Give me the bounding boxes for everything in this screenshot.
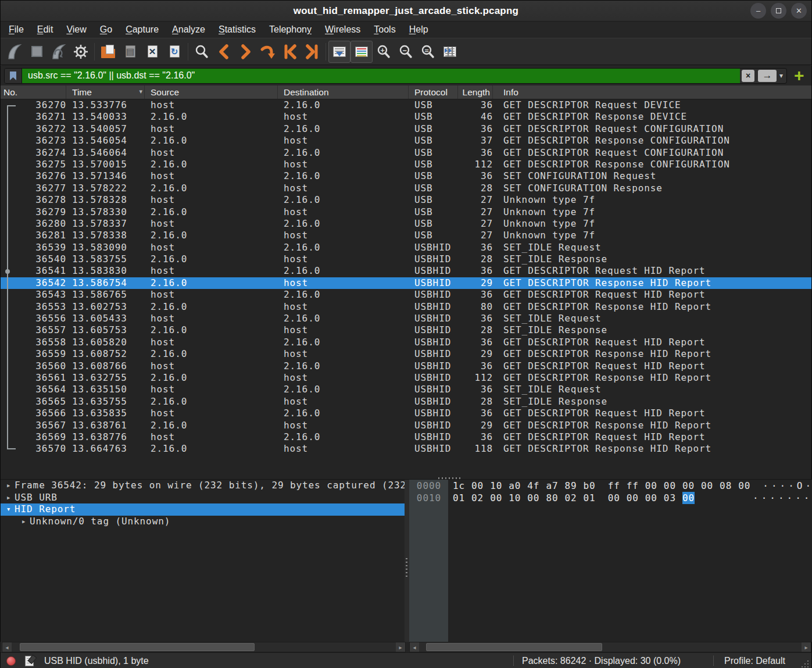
go-first-packet-button[interactable] [279, 41, 301, 63]
colorize-packets-button[interactable] [350, 41, 373, 63]
hex-byte[interactable]: 08 [720, 480, 732, 492]
packet-row-36276[interactable]: 3627613.571346host2.16.0USB36SET CONFIGU… [1, 170, 811, 182]
hex-byte[interactable]: b0 [584, 480, 596, 492]
filter-apply-button[interactable]: → [758, 70, 777, 82]
hex-byte[interactable]: 00 [738, 480, 750, 492]
go-to-packet-button[interactable] [257, 41, 279, 63]
packet-row-36277[interactable]: 3627713.5782222.16.0hostUSB28SET CONFIGU… [1, 183, 811, 194]
menu-go[interactable]: Go [100, 24, 112, 35]
packet-row-36567[interactable]: 3656713.6387612.16.0hostUSBHID29GET DESC… [1, 420, 811, 431]
expand-icon[interactable]: ▸ [3, 480, 15, 492]
menu-help[interactable]: Help [409, 24, 428, 35]
packet-row-36273[interactable]: 3627313.5460542.16.0hostUSB37GET DESCRIP… [1, 135, 811, 147]
packet-row-36275[interactable]: 3627513.5700152.16.0hostUSB112GET DESCRI… [1, 159, 811, 170]
hex-byte[interactable]: 4f [527, 480, 539, 492]
filter-dropdown-icon[interactable]: ▾ [778, 72, 786, 80]
packet-row-36272[interactable]: 3627213.540057host2.16.0USB36GET DESCRIP… [1, 123, 811, 135]
column-header-no[interactable]: No. [1, 85, 66, 99]
scrollbar-thumb[interactable] [20, 643, 255, 651]
hex-byte[interactable]: ff [608, 480, 620, 492]
menu-statistics[interactable]: Statistics [219, 24, 256, 35]
scroll-right-icon[interactable]: ▸ [802, 642, 811, 652]
packet-row-36274[interactable]: 3627413.546064host2.16.0USB36GET DESCRIP… [1, 147, 811, 159]
minimize-icon[interactable]: – [750, 3, 766, 19]
filter-clear-button[interactable]: × [742, 70, 754, 82]
open-file-button[interactable] [97, 41, 119, 63]
start-capture-button[interactable] [3, 41, 26, 63]
close-icon[interactable]: ✕ [791, 3, 807, 19]
menu-edit[interactable]: Edit [37, 24, 53, 35]
packet-row-36279[interactable]: 3627913.5783302.16.0hostUSB27Unknown typ… [1, 206, 811, 218]
hex-byte[interactable]: 02 [471, 492, 484, 504]
hex-byte[interactable]: 03 [664, 492, 676, 504]
hex-byte[interactable]: a0 [509, 480, 521, 492]
scroll-left-icon[interactable]: ◂ [410, 642, 419, 652]
packet-row-36570[interactable]: 3657013.6647632.16.0hostUSBHID118GET DES… [1, 443, 811, 455]
packet-row-36543[interactable]: 3654313.586765host2.16.0USBHID36GET DESC… [1, 289, 811, 301]
filter-add-button[interactable]: + [794, 69, 804, 83]
menu-view[interactable]: View [66, 24, 86, 35]
menu-tools[interactable]: Tools [374, 24, 395, 35]
hex-byte[interactable]: 00 [527, 492, 539, 504]
scroll-left-icon[interactable]: ◂ [2, 642, 12, 652]
packet-row-36542[interactable]: 3654213.5867542.16.0hostUSBHID29GET DESC… [1, 277, 811, 289]
hex-byte[interactable]: 02 [564, 492, 577, 504]
pane-splitter[interactable] [405, 479, 409, 642]
hex-byte[interactable]: 00 [645, 480, 657, 492]
packet-row-36541[interactable]: 3654113.583830host2.16.0USBHID36GET DESC… [1, 265, 811, 277]
title-bar[interactable]: wout_hid_remapper_just_arcade_stick.pcap… [1, 1, 811, 22]
filter-bookmark-button[interactable] [5, 69, 22, 83]
restart-capture-button[interactable] [48, 41, 70, 63]
menu-analyze[interactable]: Analyze [172, 24, 205, 35]
packet-row-36565[interactable]: 3656513.6357552.16.0hostUSBHID28SET_IDLE… [1, 396, 811, 408]
hex-byte[interactable]: 01 [584, 492, 596, 504]
packet-row-36558[interactable]: 3655813.605820host2.16.0USBHID36GET DESC… [1, 337, 811, 348]
reload-file-button[interactable]: ↻ [163, 41, 185, 63]
resize-columns-button[interactable] [439, 41, 461, 63]
hex-byte[interactable]: 01 [453, 492, 465, 504]
hex-byte-highlighted[interactable]: 00 [682, 492, 695, 504]
column-header-source[interactable]: Source [145, 85, 278, 99]
hex-byte[interactable]: 10 [509, 492, 521, 504]
menu-file[interactable]: File [9, 24, 24, 35]
packet-row-36561[interactable]: 3656113.6327552.16.0hostUSBHID112GET DES… [1, 372, 811, 384]
hex-row[interactable]: 001001020010008002010000000300··········… [409, 492, 812, 504]
find-packet-button[interactable] [191, 41, 213, 63]
packet-row-36553[interactable]: 3655313.6027532.16.0hostUSBHID80GET DESC… [1, 301, 811, 313]
packet-row-36280[interactable]: 3628013.578337host2.16.0USB27Unknown typ… [1, 218, 811, 230]
auto-scroll-button[interactable] [328, 41, 350, 63]
column-header-time[interactable]: Time▾ [66, 85, 145, 99]
detail-row[interactable]: ▸Unknown/0 tag (Unknown) [1, 516, 405, 528]
maximize-icon[interactable] [771, 3, 786, 19]
go-forward-button[interactable] [235, 41, 257, 63]
hex-byte[interactable]: 00 [682, 480, 695, 492]
hex-row[interactable]: 00001c0010a04fa789b0ffff000000000800····… [409, 480, 812, 492]
hex-byte[interactable]: 1c [453, 480, 465, 492]
packet-row-36566[interactable]: 3656613.635835host2.16.0USBHID36GET DESC… [1, 408, 811, 419]
packet-row-36557[interactable]: 3655713.6057532.16.0hostUSBHID28SET_IDLE… [1, 324, 811, 336]
detail-row[interactable]: ▸Frame 36542: 29 bytes on wire (232 bits… [1, 480, 405, 492]
expand-icon[interactable]: ▸ [3, 492, 15, 504]
details-horizontal-scrollbar[interactable]: ◂ ▸ [2, 642, 406, 652]
scroll-right-icon[interactable]: ▸ [396, 642, 405, 652]
column-header-destination[interactable]: Destination [278, 85, 409, 99]
hex-byte[interactable]: 80 [546, 492, 558, 504]
packet-row-36559[interactable]: 3655913.6087522.16.0hostUSBHID29GET DESC… [1, 348, 811, 360]
column-header-length[interactable]: Length [458, 85, 493, 99]
column-header-info[interactable]: Info [493, 85, 811, 99]
packet-row-36560[interactable]: 3656013.608766host2.16.0USBHID36GET DESC… [1, 360, 811, 372]
go-last-packet-button[interactable] [301, 41, 323, 63]
hex-byte[interactable]: 89 [564, 480, 577, 492]
hex-byte[interactable]: 00 [471, 480, 484, 492]
hex-byte[interactable]: 00 [645, 492, 657, 504]
hex-byte[interactable]: 10 [490, 480, 502, 492]
menu-capture[interactable]: Capture [126, 24, 159, 35]
packet-row-36271[interactable]: 3627113.5400332.16.0hostUSB46GET DESCRIP… [1, 111, 811, 123]
hex-byte[interactable]: 00 [490, 492, 502, 504]
hex-byte[interactable]: 00 [627, 492, 639, 504]
menu-wireless[interactable]: Wireless [325, 24, 360, 35]
detail-row[interactable]: ▾HID Report [1, 503, 405, 516]
hex-byte[interactable]: 00 [701, 480, 713, 492]
hex-byte[interactable]: a7 [546, 480, 558, 492]
packet-row-36556[interactable]: 3655613.605433host2.16.0USBHID36SET_IDLE… [1, 313, 811, 324]
